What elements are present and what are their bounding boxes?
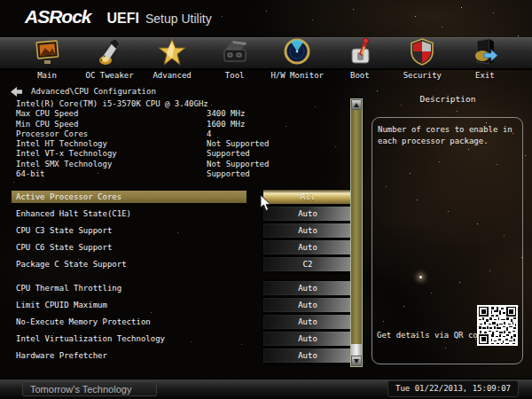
value-button[interactable]: Auto (263, 348, 352, 363)
scrollbar-track[interactable] (351, 344, 362, 356)
setting-hardware-prefetcher[interactable]: Hardware Prefetcher Auto (12, 347, 352, 364)
main-menu: Main OC Tweaker (0, 35, 532, 85)
toolbox-icon (220, 35, 250, 69)
info-row: Intel VT-x Technology Supported (16, 149, 344, 159)
setup-utility-title: Setup Utility (145, 12, 212, 26)
menu-label-hw-monitor: H/W Monitor (270, 71, 324, 80)
description-title: Description (372, 94, 524, 104)
setting-active-processor-cores[interactable]: Active Processor Cores All (12, 188, 352, 205)
description-text: Number of cores to enable in each proces… (378, 124, 518, 147)
scroll-up-button[interactable] (351, 99, 362, 110)
radar-icon (282, 35, 312, 69)
back-arrow-icon[interactable] (11, 87, 22, 97)
header: ASRock UEFI Setup Utility (25, 6, 212, 27)
menu-item-oc-tweaker[interactable]: OC Tweaker (81, 35, 139, 85)
value-button[interactable]: Auto (263, 297, 352, 312)
cpu-model: Intel(R) Core(TM) i5-3570K CPU @ 3.40GHz (16, 99, 208, 109)
menu-item-hw-monitor[interactable]: H/W Monitor (268, 35, 326, 85)
setting-package-c-state[interactable]: Package C State Support C2 (12, 255, 352, 272)
scroll-down-button[interactable] (351, 356, 362, 366)
mouse-cursor (260, 194, 272, 212)
exit-door-icon (470, 35, 500, 69)
menu-label-main: Main (37, 71, 57, 80)
menu-item-boot[interactable]: Boot (331, 35, 389, 85)
menu-label-security: Security (403, 71, 442, 80)
slogan: Tomorrow's Technology Today (22, 381, 157, 396)
menu-item-main[interactable]: Main (18, 35, 76, 85)
menu-label-boot: Boot (350, 71, 370, 80)
value-button[interactable]: Auto (263, 239, 352, 254)
uefi-setup-screen: ASRock UEFI Setup Utility Ma (0, 0, 532, 399)
scrollbar-thumb[interactable] (351, 110, 362, 344)
uefi-title: UEFI (107, 11, 139, 27)
arrow-down-icon (354, 359, 359, 364)
breadcrumb-path: Advanced\CPU Configuration (31, 87, 156, 96)
switch-icon (346, 35, 374, 69)
asrock-logo: ASRock (25, 6, 91, 27)
arrow-up-icon (354, 103, 359, 107)
qr-hint-text: Get details via QR code (377, 331, 488, 340)
value-button[interactable]: All (263, 189, 352, 204)
menu-item-exit[interactable]: Exit (456, 35, 514, 85)
info-row: 64-bit Supported (16, 169, 344, 179)
description-box: Number of cores to enable in each proces… (372, 117, 523, 364)
setting-no-execute-memory-protection[interactable]: No-Execute Memory Protection Auto (12, 313, 352, 330)
menu-label-oc-tweaker: OC Tweaker (85, 71, 133, 80)
menu-label-exit: Exit (475, 71, 495, 80)
cpu-info-block: Intel(R) Core(TM) i5-3570K CPU @ 3.40GHz… (16, 99, 344, 179)
settings-group-1: Active Processor Cores All Enhanced Halt… (12, 188, 352, 272)
info-row: Processor Cores 4 (16, 129, 344, 139)
info-row: Max CPU Speed 3400 MHz (16, 109, 344, 119)
breadcrumb: Advanced\CPU Configuration (11, 85, 156, 98)
menu-label-advanced: Advanced (153, 71, 191, 80)
setting-limit-cpuid-maximum[interactable]: Limit CPUID Maximum Auto (12, 296, 352, 313)
rocket-icon (96, 35, 124, 69)
menu-item-advanced[interactable]: Advanced (143, 35, 201, 85)
value-button[interactable]: Auto (263, 280, 352, 295)
star-icon (157, 35, 187, 69)
value-button[interactable]: Auto (263, 223, 352, 238)
value-button[interactable]: Auto (263, 314, 352, 329)
qr-code (477, 305, 518, 346)
shield-icon (408, 35, 436, 69)
setting-cpu-c3-state[interactable]: CPU C3 State Support Auto (12, 222, 352, 239)
datetime: Tue 01/22/2013, 15:09:07 (387, 380, 519, 397)
picture-frame-icon (33, 35, 61, 69)
cpu-title-row: Intel(R) Core(TM) i5-3570K CPU @ 3.40GHz (16, 99, 344, 109)
setting-enhanced-halt-state[interactable]: Enhanced Halt State(C1E) Auto (12, 205, 352, 222)
settings-group-2: CPU Thermal Throttling Auto Limit CPUID … (12, 279, 352, 364)
info-row: Intel HT Technology Not Supported (16, 139, 344, 149)
menu-item-security[interactable]: Security (393, 35, 451, 85)
value-button[interactable]: Auto (263, 331, 352, 346)
value-button[interactable]: Auto (263, 206, 352, 221)
setting-intel-virtualization[interactable]: Intel Virtualization Technology Auto (12, 330, 352, 347)
menu-label-tool: Tool (225, 71, 245, 80)
info-row: Intel SMX Technology Not Supported (16, 160, 344, 169)
menu-item-tool[interactable]: Tool (206, 35, 264, 85)
info-row: Min CPU Speed 1600 MHz (16, 120, 344, 129)
scrollbar[interactable] (350, 98, 363, 367)
value-button[interactable]: C2 (263, 256, 352, 271)
setting-cpu-c6-state[interactable]: CPU C6 State Support Auto (12, 239, 352, 255)
setting-cpu-thermal-throttling[interactable]: CPU Thermal Throttling Auto (12, 279, 352, 296)
